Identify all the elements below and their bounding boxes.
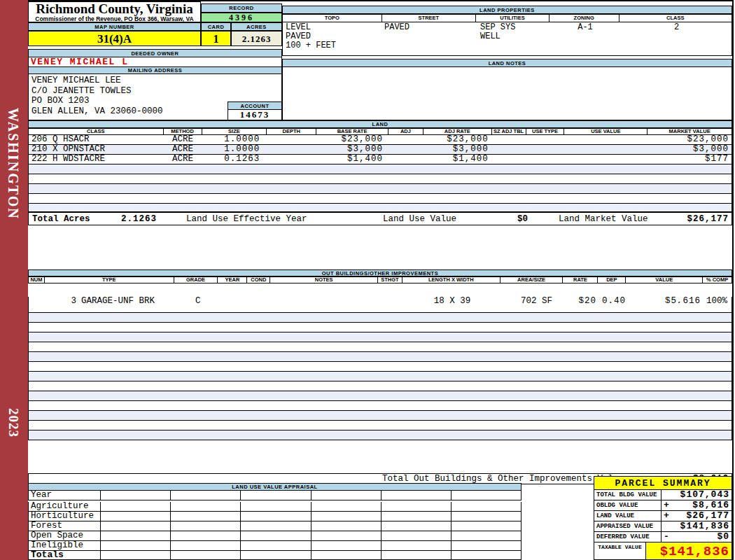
land-row: 210 X OPNSTACR ACRE 1.0000 $3,000 $3,000… — [28, 145, 732, 155]
column-header: STREET — [382, 15, 477, 22]
appraisal-empty-cell — [451, 512, 521, 521]
land-totals-row: Total Acres 2.1263 Land Use Effective Ye… — [28, 212, 732, 225]
account-value: 14673 — [227, 110, 282, 120]
land-notes-title: LAND NOTES — [282, 59, 732, 67]
appraisal-row-label: Agriculture — [29, 502, 101, 511]
total-acres-value: 2.1263 — [121, 213, 157, 225]
appraisal-empty-cell — [382, 512, 451, 521]
summary-amount: $0 — [717, 532, 729, 542]
sidebar: WASHINGTON 2023 — [0, 0, 28, 560]
taxable-value-cell: $141,836 — [646, 542, 732, 560]
column-header: % COMP — [703, 277, 732, 283]
appraisal-empty-cell — [171, 541, 241, 550]
appraisal-empty-cell — [241, 491, 311, 500]
out-buildings-empty-rows — [28, 303, 732, 440]
appraisal-row-label: Horticulture — [29, 512, 101, 521]
appraisal-empty-cell — [241, 551, 311, 559]
appraisal-empty-cell — [382, 551, 451, 559]
address-line: VENEY MICHAEL LEE — [31, 76, 281, 86]
land-table-header-row: CLASS METHOD SIZE DEPTH BASE RATE ADJ AD… — [28, 128, 732, 135]
cell-adj-rate: $3,000 — [424, 145, 492, 154]
column-header: UTILITIES — [476, 15, 550, 22]
appraisal-row-label: Forest — [29, 522, 101, 531]
cell-class: 222 H WDSTACRE — [29, 155, 164, 164]
summary-value-cell: + $26,177 — [662, 511, 732, 522]
cell-market-value: $177 — [648, 155, 732, 164]
summary-row: LAND VALUE + $26,177 — [594, 511, 732, 522]
map-number-value: 31(4)A — [28, 31, 201, 46]
appraisal-row-label: Open Space — [29, 531, 101, 540]
appraisal-empty-cell — [241, 531, 311, 540]
column-header: SIZE — [202, 129, 267, 134]
card-label: CARD — [201, 22, 231, 31]
appraisal-row: Year — [28, 491, 522, 500]
cell-base-rate: $3,000 — [316, 145, 388, 154]
land-properties-values: LEVEL PAVED 100 + FEET PAVED SEP SYS WEL… — [282, 22, 732, 56]
cell-base-rate: $23,000 — [316, 135, 388, 144]
column-header: USE VALUE — [564, 129, 648, 134]
summary-sign: + — [664, 511, 670, 521]
cell-depth — [267, 155, 316, 164]
summary-label: APPRAISED VALUE — [594, 522, 662, 532]
cell-use-value — [565, 145, 648, 154]
summary-label: TOTAL BLDG VALUE — [594, 490, 662, 500]
appraisal-empty-cell — [312, 491, 382, 500]
appraisal-empty-cell — [382, 541, 451, 550]
appraisal-empty-cell — [241, 522, 311, 531]
parcel-summary-title: PARCEL SUMMARY — [594, 476, 732, 490]
map-number-label: MAP NUMBER — [28, 22, 201, 31]
summary-row: OBLDG VALUE + $8,616 — [594, 500, 732, 511]
column-header: MARKET VALUE — [648, 129, 732, 134]
summary-value-cell: + $8,616 — [662, 500, 732, 511]
year-spine-label: 2023 — [6, 408, 21, 438]
summary-label: LAND VALUE — [594, 511, 662, 522]
appraisal-row: Horticulture — [28, 512, 522, 522]
summary-row: DEFERRED VALUE - $0 — [594, 532, 732, 542]
summary-value-cell: $107,043 — [662, 490, 732, 500]
summary-amount: $8,616 — [692, 500, 729, 510]
taxable-value-label: TAXABLE VALUE — [594, 542, 646, 560]
deeded-owner-value: VENEY MICHAEL L — [28, 57, 282, 66]
column-header: BASE RATE — [316, 129, 388, 134]
county-title: Richmond County, Virginia — [29, 2, 200, 16]
land-empty-rows — [28, 164, 732, 212]
column-header: CLASS — [620, 15, 732, 22]
appraisal-empty-cell — [241, 541, 311, 550]
cell-method: ACRE — [164, 155, 202, 164]
column-header: ADJ — [388, 129, 424, 134]
appraisal-empty-cell — [241, 502, 311, 511]
zoning-value: A-1 — [550, 23, 620, 32]
column-header: SZ ADJ TBL — [492, 129, 526, 134]
appraisal-empty-cell — [101, 522, 171, 531]
appraisal-empty-cell — [312, 512, 382, 521]
summary-label: OBLDG VALUE — [594, 500, 662, 511]
appraisal-row: Ineligible — [28, 541, 522, 551]
column-header: STHGT — [378, 277, 402, 283]
cell-size: 1.0000 — [202, 135, 267, 144]
cell-base-rate: $1,400 — [316, 155, 388, 164]
summary-amount: $141,836 — [680, 522, 729, 531]
cell-market-value: $3,000 — [648, 145, 732, 154]
land-notes-box — [282, 67, 732, 120]
record-value: 4396 — [201, 13, 282, 22]
taxable-value-row: TAXABLE VALUE $141,836 — [594, 542, 732, 560]
cell-adj-rate: $23,000 — [424, 135, 492, 144]
column-header: USE TYPE — [526, 129, 565, 134]
appraisal-row: Forest — [28, 522, 522, 531]
cell-adj — [388, 155, 424, 164]
cell-use-value — [565, 155, 648, 164]
cell-market-value: $23,000 — [648, 135, 732, 144]
appraisal-empty-cell — [312, 522, 382, 531]
land-properties-title: LAND PROPERTIES — [282, 6, 732, 14]
column-header: ADJ RATE — [424, 129, 492, 134]
summary-sign: + — [664, 500, 670, 510]
appraisal-empty-cell — [171, 502, 241, 511]
cell-class: 210 X OPNSTACR — [29, 145, 164, 154]
appraisal-empty-cell — [451, 551, 521, 559]
out-buildings-title: OUT BUILDINGS/OTHER IMPROVEMENTS — [28, 270, 732, 276]
appraisal-empty-cell — [312, 502, 382, 511]
utilities-value: WELL — [480, 32, 515, 41]
land-market-value: $26,177 — [687, 213, 729, 225]
cell-method: ACRE — [164, 145, 202, 154]
appraisal-empty-cell — [101, 531, 171, 540]
